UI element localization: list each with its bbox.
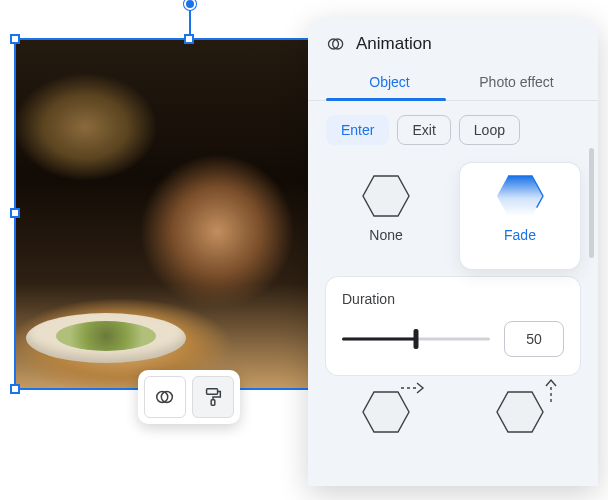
tab-object[interactable]: Object xyxy=(326,64,453,100)
duration-input[interactable] xyxy=(504,321,564,357)
more-presets-row xyxy=(308,375,598,433)
rotation-handle[interactable] xyxy=(184,0,196,10)
svg-marker-8 xyxy=(363,392,409,432)
svg-marker-7 xyxy=(497,176,543,216)
resize-handle-mid-top[interactable] xyxy=(184,34,194,44)
hexagon-fade-icon xyxy=(496,175,544,217)
phase-enter[interactable]: Enter xyxy=(326,115,389,145)
panel-scrollbar[interactable] xyxy=(589,148,594,258)
animation-icon xyxy=(154,386,176,408)
preset-label: Fade xyxy=(504,227,536,243)
animation-button[interactable] xyxy=(144,376,186,418)
resize-handle-bottom-left[interactable] xyxy=(10,384,20,394)
preset-fade[interactable]: Fade xyxy=(460,163,580,269)
arrow-up-dashed-icon xyxy=(544,377,558,403)
slider-thumb[interactable] xyxy=(414,329,419,349)
svg-rect-3 xyxy=(211,400,215,406)
panel-header: Animation xyxy=(308,34,598,64)
arrow-right-dashed-icon xyxy=(400,381,426,395)
paint-roller-icon xyxy=(202,386,224,408)
resize-handle-top-left[interactable] xyxy=(10,34,20,44)
preset-rise[interactable] xyxy=(460,391,580,433)
svg-marker-6 xyxy=(363,176,409,216)
plate-illustration xyxy=(26,313,186,363)
quick-actions-toolbar xyxy=(138,370,240,424)
preset-label: None xyxy=(369,227,402,243)
active-tab-indicator xyxy=(326,98,446,101)
duration-card: Duration xyxy=(326,277,580,375)
svg-marker-9 xyxy=(497,392,543,432)
phase-exit[interactable]: Exit xyxy=(397,115,450,145)
slider-fill xyxy=(342,338,416,341)
animation-panel: Animation Object Photo effect Enter Exit… xyxy=(308,18,598,486)
animation-icon xyxy=(326,34,346,54)
hexagon-icon xyxy=(362,391,410,433)
animation-phase-pills: Enter Exit Loop xyxy=(308,101,598,159)
rotation-stem xyxy=(189,6,191,34)
preset-slide-in[interactable] xyxy=(326,391,446,433)
tab-photo-effect[interactable]: Photo effect xyxy=(453,64,580,100)
duration-label: Duration xyxy=(342,291,564,307)
phase-loop[interactable]: Loop xyxy=(459,115,520,145)
svg-rect-2 xyxy=(207,389,218,395)
panel-tabs: Object Photo effect xyxy=(308,64,598,101)
duration-slider[interactable] xyxy=(342,329,490,349)
selected-callout-icon xyxy=(512,251,528,259)
hexagon-icon xyxy=(496,391,544,433)
animation-presets-row: None Fade xyxy=(308,159,598,269)
preset-none[interactable]: None xyxy=(326,163,446,269)
hexagon-icon xyxy=(362,175,410,217)
resize-handle-mid-left[interactable] xyxy=(10,208,20,218)
panel-title: Animation xyxy=(356,34,432,54)
format-paint-button[interactable] xyxy=(192,376,234,418)
